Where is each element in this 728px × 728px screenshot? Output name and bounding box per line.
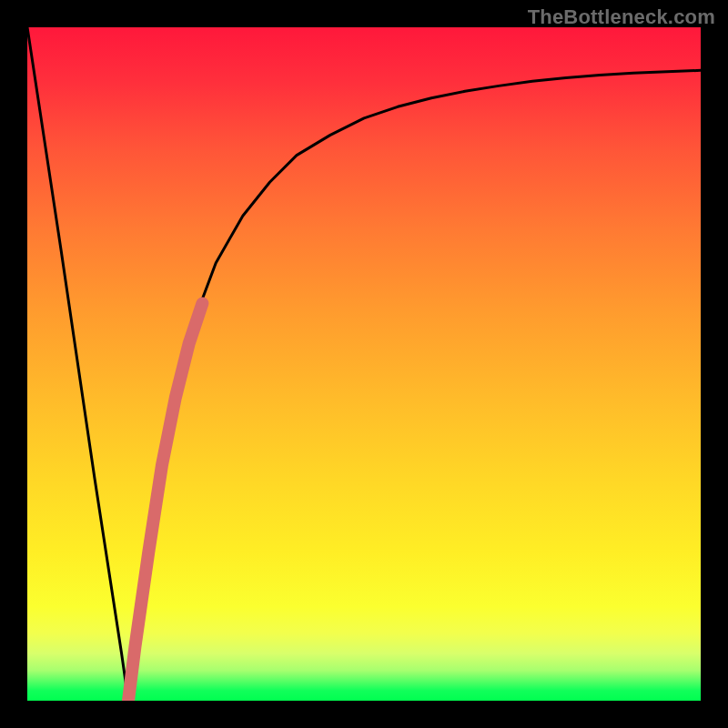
watermark-text: TheBottleneck.com [528, 5, 715, 29]
plot-area [27, 27, 701, 701]
bottleneck-curve [27, 27, 701, 701]
accent-segment [128, 303, 202, 701]
outer-frame: TheBottleneck.com [0, 0, 728, 728]
curve-layer [27, 27, 701, 701]
